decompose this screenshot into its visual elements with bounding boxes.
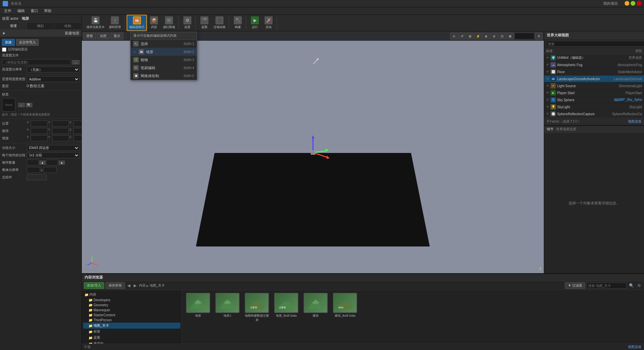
tree-item-mannequin[interactable]: 📁 Mannequin [83, 308, 180, 313]
zoom-input[interactable]: 0.03125 [514, 33, 534, 39]
asset-terrain[interactable]: 地形 [185, 293, 211, 322]
scene-settings-tab[interactable]: 世界场景设置 [556, 127, 576, 132]
vp-icon-8[interactable]: ⊠ [506, 33, 514, 39]
material-arrow-left[interactable]: ← [18, 103, 25, 107]
rot-y-input[interactable]: 0.0 [52, 128, 69, 134]
num-comp-x-input[interactable]: 8 [27, 160, 39, 166]
resolution-select[interactable]: （无效） [27, 66, 79, 72]
layer-type-select[interactable]: Additive [27, 76, 79, 82]
subtab-sculpt[interactable]: 雕刻 [27, 23, 54, 29]
tree-item-thirdperson[interactable]: 📁 ThirdPerson [83, 318, 180, 323]
wo-item-light[interactable]: 👁 ☀ Light Source DirectionalLight [544, 82, 644, 90]
num-comp-y-input[interactable]: 8 [46, 160, 58, 166]
show-button[interactable]: 显示 [111, 33, 123, 39]
cinematics-button[interactable]: 🎥 过场动画 [211, 15, 227, 30]
overall-y-input[interactable]: 505 [43, 167, 57, 173]
source-control-button[interactable]: ↑ 源码管理 [107, 15, 123, 30]
asset-built-data1[interactable]: 注册表 地图构建数据注册表 [244, 293, 270, 322]
cb-settings-button[interactable]: ⚙ [636, 283, 642, 288]
material-find[interactable]: 🔍 [26, 103, 32, 107]
total-value-input[interactable]: 64 [27, 174, 47, 180]
subtab-manage[interactable]: 管理 [0, 23, 27, 29]
wo-item-skylight[interactable]: 👁 💡 SkyLight SkyLight [544, 104, 644, 111]
wo-item-fog[interactable]: 👁 ☁ Atmospheric Fog AtmosphericFog [544, 61, 644, 68]
menu-edit[interactable]: 编辑 [15, 8, 27, 14]
components-per-select[interactable]: 1x1 分段 [27, 152, 79, 158]
tree-item-content[interactable]: 📁 内容 [83, 292, 180, 298]
num-comp-y-up[interactable]: ▲ [59, 161, 65, 165]
section-size-select[interactable]: 63x63 四边形 [27, 145, 79, 151]
vp-icon-2[interactable]: ↺ [458, 33, 466, 39]
details-tab[interactable]: 细节 [547, 127, 553, 132]
asset-building[interactable]: 建筑 [302, 293, 329, 322]
vp-icon-4[interactable]: ⚡ [474, 33, 482, 39]
save-button[interactable]: 💾 保存当前关卡 [85, 15, 107, 30]
dropdown-select[interactable]: ↖ 选择 Shift+1 [131, 40, 197, 48]
add-import-button[interactable]: 添加/导入 [84, 282, 104, 289]
vp-icon-1[interactable]: ⊙ [450, 33, 458, 39]
tree-item-geometry[interactable]: 📁 Geometry [83, 303, 180, 308]
subtab-paint[interactable]: 绘制 [54, 23, 82, 29]
dropdown-foliage[interactable]: 🌿 植物 Shift+3 [131, 56, 197, 64]
settings-button[interactable]: ⚙ 设置 [181, 15, 194, 30]
cb-breadcrumb-current[interactable]: 地图_关卡 [150, 283, 165, 288]
content-button[interactable]: 📦 内容 [147, 15, 161, 30]
asset-building-built[interactable]: Data 建筑_Built Data [332, 293, 358, 322]
cb-breadcrumb-root[interactable]: 内容 [139, 283, 146, 288]
marketplace-button[interactable]: 🛒 虚幻商城 [161, 15, 177, 30]
scale-x-input[interactable]: 100. [31, 135, 47, 141]
wo-item-sky[interactable]: 👁 🔵 Sky Sphere 编辑BP_Sky_Sphe [544, 97, 644, 104]
editor-mode-button[interactable]: 🏔 编辑器模式 [127, 15, 147, 31]
wo-search[interactable] [546, 41, 644, 47]
launch-button[interactable]: 🚀 启动 [262, 15, 275, 30]
pos-z-input[interactable]: 100. [73, 121, 82, 127]
menu-help[interactable]: 帮助 [41, 8, 54, 14]
rot-x-input[interactable]: 0.0 [31, 128, 47, 134]
new-landscape-button[interactable]: 新建 [2, 39, 15, 46]
pos-x-input[interactable]: 0.0 [31, 121, 47, 127]
vp-icon-3[interactable]: ⊞ [466, 33, 474, 39]
wo-item-player[interactable]: 👁 ▶ Player Start PlayerStart [544, 90, 644, 97]
wo-item-gizmo[interactable]: 👁 🏔 LandscapeGizmoActiveActor LandscapeG… [544, 75, 644, 82]
close-button[interactable] [637, 1, 641, 6]
scale-y-input[interactable]: 100. [52, 135, 69, 141]
vp-icon-5[interactable]: ⊕ [482, 33, 490, 39]
tree-item-materials[interactable]: 📁 材质 [83, 329, 180, 335]
dropdown-mesh-paint[interactable]: 🔲 网格体绘制 Shift+5 [131, 72, 197, 80]
menu-window[interactable]: 窗口 [28, 8, 41, 14]
cb-forward-button[interactable]: ▶ [133, 283, 138, 288]
tree-item-starter[interactable]: 📁 StarterContent [83, 313, 180, 318]
overall-x-input[interactable]: 505 [27, 167, 40, 173]
dropdown-brush[interactable]: ✏ 笔刷编辑 Shift+4 [131, 64, 197, 72]
blueprint-button[interactable]: 🎬 蓝图 [198, 15, 211, 30]
num-comp-x-up[interactable]: ▲ [39, 161, 45, 165]
enable-edit-checkbox[interactable] [2, 47, 6, 52]
tree-item-map[interactable]: 📁 地图_关卡 [83, 323, 180, 329]
perspective-button[interactable]: 透视 [83, 33, 96, 39]
filter-button[interactable]: ▼ 过滤器 [565, 282, 585, 289]
menu-file[interactable]: 文件 [1, 8, 14, 14]
vp-icon-9[interactable]: 4 [535, 33, 542, 39]
vp-icon-6[interactable]: ⊘ [490, 33, 498, 39]
wo-item-untitled[interactable]: 👁 🌍 Untitled（编辑器） 世界场景 [544, 54, 644, 61]
cb-view-options[interactable]: 视图选项 [628, 345, 641, 349]
dropdown-landscape[interactable]: 🏔 地形 Shift+2 [131, 48, 197, 56]
save-all-button[interactable]: 保存所有 [106, 282, 125, 289]
tree-item-developers[interactable]: 📁 Developers [83, 298, 180, 303]
cb-back-button[interactable]: ◀ [126, 283, 131, 288]
wo-item-floor[interactable]: 👁 ⬜ Floor StaticMeshActor [544, 68, 644, 75]
import-button[interactable]: 从文件导入 [16, 39, 39, 46]
scale-z-input[interactable]: 100. [73, 135, 82, 141]
asset-built-data2[interactable]: 注册表 地形_Built Data [273, 293, 300, 322]
wo-view-options[interactable]: 视图选项 [628, 119, 641, 124]
cb-search-input[interactable] [587, 283, 627, 289]
wo-item-sphere[interactable]: 👁 ⚪ SphereReflectionCapture SphereReflec… [544, 111, 644, 118]
tree-item-assets[interactable]: 📁 资产包 [83, 341, 180, 344]
minimize-button[interactable] [625, 1, 629, 6]
height-map-browse-button[interactable]: ... [72, 60, 79, 64]
height-map-input[interactable] [2, 59, 71, 65]
vp-icon-7[interactable]: ⊡ [498, 33, 506, 39]
rot-z-input[interactable]: 0.0 [73, 128, 82, 134]
play-button[interactable]: ▶ 运行 [248, 15, 262, 30]
lighting-button[interactable]: 光照 [97, 33, 110, 39]
